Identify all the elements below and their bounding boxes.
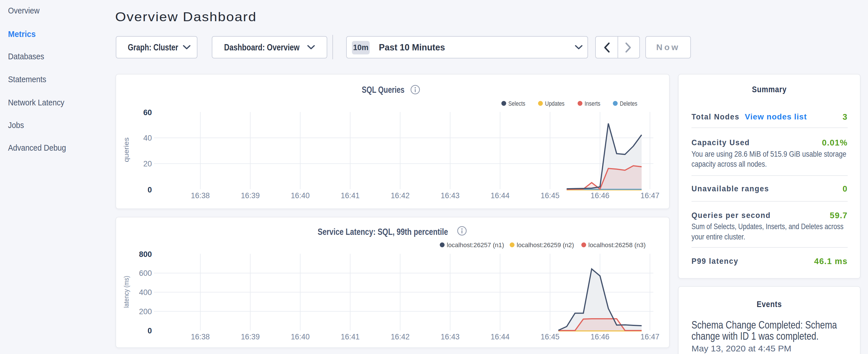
svg-text:16:39: 16:39 [241,191,260,200]
svg-text:16:40: 16:40 [291,332,310,341]
svg-text:400: 400 [139,288,152,297]
svg-text:Selects: Selects [508,100,525,107]
svg-text:localhost:26257 (n1): localhost:26257 (n1) [447,242,504,249]
svg-text:600: 600 [139,269,152,278]
svg-text:16:42: 16:42 [391,332,409,341]
svg-text:16:45: 16:45 [541,191,560,200]
svg-text:latency (ms): latency (ms) [122,276,130,308]
svg-text:16:44: 16:44 [491,191,509,200]
svg-text:16:41: 16:41 [341,191,360,200]
svg-text:Service Latency: SQL, 99th per: Service Latency: SQL, 99th percentile [318,227,448,237]
svg-text:200: 200 [139,307,152,316]
svg-text:16:39: 16:39 [241,332,260,341]
svg-text:Updates: Updates [545,100,564,107]
svg-text:60: 60 [143,108,152,117]
svg-text:Deletes: Deletes [620,100,637,107]
svg-text:16:47: 16:47 [641,332,659,341]
svg-text:localhost:26258 (n3): localhost:26258 (n3) [588,242,646,249]
svg-text:localhost:26259 (n2): localhost:26259 (n2) [517,242,574,249]
svg-text:Inserts: Inserts [585,100,600,107]
svg-text:0: 0 [148,186,152,194]
svg-text:16:41: 16:41 [341,332,360,341]
svg-text:16:46: 16:46 [591,332,610,341]
svg-text:16:42: 16:42 [391,191,409,200]
svg-text:40: 40 [143,134,152,142]
svg-text:16:43: 16:43 [441,191,460,200]
svg-text:16:38: 16:38 [191,191,210,200]
svg-text:16:43: 16:43 [441,332,460,341]
svg-text:20: 20 [143,160,152,168]
svg-text:0: 0 [148,326,152,335]
svg-text:16:46: 16:46 [591,191,610,200]
svg-text:16:45: 16:45 [541,332,560,341]
svg-text:800: 800 [139,250,152,259]
svg-text:16:47: 16:47 [641,191,659,200]
svg-text:SQL Queries: SQL Queries [362,85,405,95]
svg-text:16:40: 16:40 [291,191,310,200]
svg-text:queries: queries [122,137,130,162]
svg-text:16:38: 16:38 [191,332,210,341]
svg-text:16:44: 16:44 [491,332,509,341]
